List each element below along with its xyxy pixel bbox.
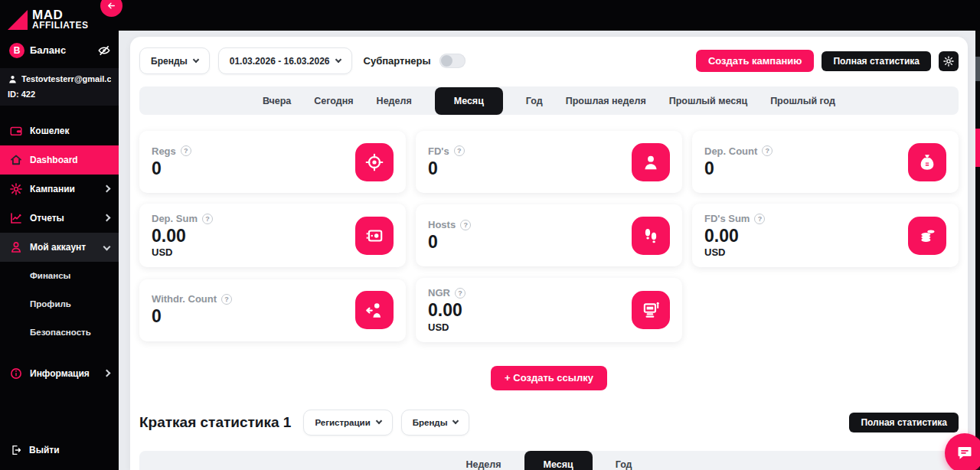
sidebar-item-my-account[interactable]: Мой аккаунт — [0, 233, 119, 262]
sidebar-menu: КошелекDashboardКампанииОтчетыМой аккаун… — [0, 116, 119, 388]
create-campaign-button[interactable]: Создать кампанию — [696, 50, 814, 72]
tab-месяц[interactable]: Месяц — [435, 87, 503, 115]
full-stats-button[interactable]: Полная статистика — [822, 51, 931, 71]
short-stats-tabbar: НеделяМесяцГод — [139, 451, 959, 470]
tab-неделя[interactable]: Неделя — [377, 96, 412, 106]
sidebar-item-campaigns[interactable]: Кампании — [0, 175, 119, 204]
chevron-down-icon — [375, 418, 381, 424]
stat-label: NGR — [428, 287, 450, 299]
mini-tab-месяц[interactable]: Месяц — [524, 451, 593, 470]
footprints-icon — [632, 217, 670, 255]
tab-год[interactable]: Год — [526, 96, 543, 106]
chat-widget-button[interactable] — [945, 433, 980, 470]
stat-label: FD's Sum — [704, 213, 750, 224]
sidebar-subitem-profile[interactable]: Профиль — [0, 290, 119, 318]
gear-icon — [942, 55, 955, 67]
stat-value: 0 — [152, 158, 191, 178]
logout-button[interactable]: Выйти — [0, 436, 119, 464]
stat-unit: USD — [428, 321, 466, 333]
chart-icon — [9, 211, 23, 225]
sidebar-item-information[interactable]: Информация — [0, 359, 119, 388]
date-range-dropdown[interactable]: 01.03.2026 - 16.03.2026 — [218, 47, 352, 74]
logo-triangle-icon — [8, 10, 28, 30]
sidebar: MAD AFFILIATES B Баланс Testovtesterr@gm… — [0, 0, 119, 470]
sidebar-item-label: Информация — [30, 368, 90, 379]
logout-icon — [10, 444, 22, 456]
stat-value: 0.00 — [152, 226, 213, 246]
person-icon — [9, 240, 23, 254]
help-icon[interactable]: ? — [460, 220, 471, 230]
scrollbar[interactable] — [975, 31, 980, 470]
sidebar-item-label: Кошелек — [30, 126, 69, 136]
period-tabbar: ВчераСегодняНеделяМесяцГодПрошлая неделя… — [139, 86, 959, 115]
stat-value: 0.00 — [704, 226, 765, 246]
full-stats-button-2[interactable]: Полная статистика — [849, 413, 959, 432]
sidebar-item-label: Мой аккаунт — [30, 242, 86, 253]
stat-card-dep-sum: Dep. Sum?0.00USD — [139, 204, 406, 267]
sidebar-item-label: Отчеты — [30, 213, 64, 224]
sidebar-user-email: Testovtesterr@gmail.c... — [21, 74, 111, 83]
stat-card-dep-count: Dep. Count?0 — [692, 131, 959, 193]
stat-label: FD's — [428, 145, 449, 157]
help-icon[interactable]: ? — [181, 145, 191, 156]
withdraw-icon — [355, 291, 394, 329]
chevron-right-icon — [103, 185, 111, 193]
stats-cards-grid: Regs?0FD's?0Dep. Count?0Dep. Sum?0.00USD… — [139, 131, 959, 342]
sidebar-item-wallet[interactable]: Кошелек — [0, 116, 119, 145]
person-icon — [8, 74, 18, 84]
gear-icon — [9, 182, 23, 196]
help-icon[interactable]: ? — [455, 288, 466, 299]
stat-card-ngr: NGR?0.00USD — [416, 278, 682, 341]
settings-button[interactable] — [939, 51, 959, 71]
tab-сегодня[interactable]: Сегодня — [314, 96, 353, 106]
brands-dropdown-2[interactable]: Бренды — [401, 410, 470, 436]
stat-unit: USD — [704, 246, 765, 258]
home-icon — [9, 153, 23, 167]
chevron-down-icon — [193, 57, 199, 63]
balance-row: B Баланс — [9, 43, 111, 58]
sidebar-item-reports[interactable]: Отчеты — [0, 204, 119, 233]
help-icon[interactable]: ? — [202, 214, 213, 224]
eye-off-icon[interactable] — [97, 44, 111, 57]
coins-icon — [908, 217, 946, 255]
create-link-button[interactable]: + Создать ссылку — [491, 366, 607, 390]
stat-unit: USD — [152, 246, 213, 258]
tab-прошлая-неделя[interactable]: Прошлая неделя — [566, 96, 646, 106]
brands-dropdown[interactable]: Бренды — [139, 47, 210, 74]
stat-label: Regs — [152, 145, 176, 157]
sidebar-subitem-finances[interactable]: Финансы — [0, 262, 119, 290]
chevron-right-icon — [103, 214, 111, 222]
chevron-right-icon — [103, 370, 111, 377]
sidebar-user-box[interactable]: Testovtesterr@gmail.c... ID: 422 — [0, 68, 119, 106]
stat-card-regs: Regs?0 — [139, 131, 406, 193]
target-icon — [355, 143, 394, 181]
help-icon[interactable]: ? — [754, 214, 765, 224]
subpartners-toggle[interactable] — [439, 54, 466, 68]
balance-label: Баланс — [30, 44, 66, 56]
help-icon[interactable]: ? — [454, 145, 465, 156]
banknote-icon — [355, 217, 394, 255]
chevron-down-icon — [103, 243, 111, 251]
stat-value: 0 — [152, 306, 232, 326]
help-icon[interactable]: ? — [221, 294, 232, 305]
sidebar-item-dashboard[interactable]: Dashboard — [0, 145, 119, 175]
stat-card-fds: FD's?0 — [416, 131, 682, 193]
registrations-dropdown[interactable]: Регистрации — [303, 410, 392, 436]
stat-value: 0 — [428, 158, 465, 178]
sidebar-subitem-security[interactable]: Безопасность — [0, 318, 119, 347]
chevron-down-icon — [452, 418, 459, 424]
tab-прошлый-месяц[interactable]: Прошлый месяц — [669, 96, 747, 106]
tab-вчера[interactable]: Вчера — [263, 96, 291, 106]
coin-icon: B — [9, 43, 24, 58]
stat-card-hosts: Hosts?0 — [416, 204, 682, 266]
mini-tab-неделя[interactable]: Неделя — [466, 459, 501, 470]
tab-прошлый-год[interactable]: Прошлый год — [770, 96, 835, 106]
info-icon — [9, 367, 23, 380]
help-icon[interactable]: ? — [762, 145, 773, 156]
mini-tab-год[interactable]: Год — [616, 459, 632, 470]
chat-icon — [956, 444, 974, 462]
stat-card-withdr-count: Withdr. Count?0 — [139, 279, 406, 341]
scrollbar-thumb[interactable] — [975, 57, 980, 81]
main-panel: Бренды 01.03.2026 - 16.03.2026 Субпартне… — [130, 37, 968, 470]
stat-label: Dep. Sum — [152, 213, 198, 224]
